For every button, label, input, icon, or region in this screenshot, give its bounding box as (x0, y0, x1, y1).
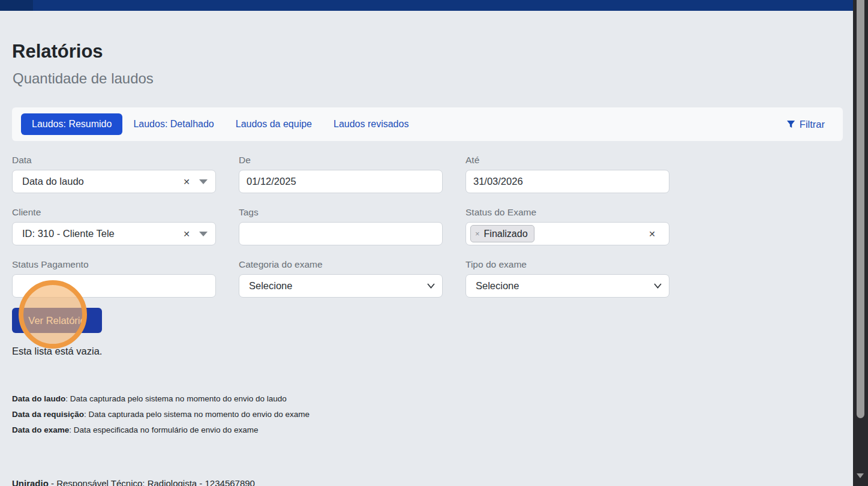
data-combobox[interactable]: Data do laudo ✕ (12, 170, 216, 193)
field-label-categoria-exame: Categoria do exame (239, 258, 443, 271)
tab-laudos-revisados[interactable]: Laudos revisados (323, 113, 419, 135)
footer-brand: Uniradio (12, 478, 49, 486)
field-label-data: Data (12, 154, 216, 167)
field-cliente: Cliente ID: 310 - Cliente Tele ✕ (12, 206, 216, 245)
tab-laudos-detalhado[interactable]: Laudos: Detalhado (122, 113, 224, 135)
filter-button-label: Filtrar (800, 119, 825, 130)
footnote-term: Data da requisição (12, 410, 84, 419)
footnote-description: : Data capturada pelo sistema no momento… (65, 394, 286, 403)
footnote-term: Data do exame (12, 425, 69, 434)
field-label-tags: Tags (239, 206, 443, 219)
scroll-down-arrow-icon[interactable] (857, 473, 864, 478)
top-navbar-left-segment (0, 0, 33, 11)
footer-text: - Responsável Técnico: Radiologista - 12… (49, 478, 255, 486)
combo-value: ID: 310 - Cliente Tele (13, 228, 115, 239)
tab-laudos-da-equipe[interactable]: Laudos da equipe (225, 113, 323, 135)
field-label-status-pagamento: Status Pagamento (12, 258, 216, 271)
funnel-icon (786, 120, 795, 129)
tipo-exame-select[interactable]: Selecione (465, 274, 669, 298)
field-tipo-exame: Tipo do exame Selecione (465, 258, 669, 298)
status-pagamento-input[interactable] (12, 274, 216, 298)
field-categoria-exame: Categoria do exame Selecione (239, 258, 443, 298)
field-label-tipo-exame: Tipo do exame (465, 258, 669, 271)
page-title: Relatórios (12, 41, 103, 62)
filter-button[interactable]: Filtrar (786, 119, 825, 130)
footnote-term: Data do laudo (12, 394, 65, 403)
chevron-down-icon (427, 283, 435, 289)
clear-icon[interactable]: ✕ (648, 230, 656, 238)
footnote-line: Data da requisição: Data capturada pelo … (12, 407, 310, 422)
tags-input[interactable] (239, 222, 443, 245)
footnotes: Data do laudo: Data capturada pelo siste… (12, 391, 310, 438)
remove-tag-icon[interactable]: × (475, 230, 480, 238)
tab-bar: Laudos: Resumido Laudos: Detalhado Laudo… (12, 107, 843, 141)
top-navbar (0, 0, 868, 11)
cliente-combobox[interactable]: ID: 310 - Cliente Tele ✕ (12, 222, 216, 245)
status-exame-multiselect[interactable]: × Finalizado ✕ (465, 222, 669, 245)
footnote-line: Data do laudo: Data capturada pelo siste… (12, 391, 310, 407)
footnote-line: Data do exame: Data especificada no form… (12, 422, 310, 438)
clear-icon[interactable]: ✕ (183, 230, 190, 238)
field-de: De (239, 154, 443, 193)
field-data: Data Data do laudo ✕ (12, 154, 216, 193)
chevron-down-icon (199, 232, 208, 236)
select-value: Selecione (239, 280, 292, 292)
field-ate: Até (465, 154, 669, 193)
tab-laudos-resumido[interactable]: Laudos: Resumido (21, 113, 122, 135)
footnote-description: : Data capturada pelo sistema no momento… (84, 410, 310, 419)
field-status-pagamento: Status Pagamento (12, 258, 216, 298)
chevron-down-icon (654, 283, 662, 289)
scrollbar[interactable] (853, 0, 868, 486)
field-tags: Tags (239, 206, 443, 245)
empty-list-message: Esta lista está vazia. (12, 346, 102, 357)
footer-credit: Uniradio - Responsável Técnico: Radiolog… (12, 478, 255, 486)
filter-form: Data Data do laudo ✕ De Até Cliente ID: … (12, 154, 669, 310)
combo-value: Data do laudo (13, 176, 84, 187)
ver-relatorio-button[interactable]: Ver Relatório (12, 308, 102, 333)
field-status-exame: Status do Exame × Finalizado ✕ (465, 206, 669, 245)
select-value: Selecione (466, 280, 519, 292)
field-label-status-exame: Status do Exame (465, 206, 669, 219)
date-from-input[interactable] (239, 170, 443, 193)
date-to-input[interactable] (465, 170, 669, 193)
categoria-exame-select[interactable]: Selecione (239, 274, 443, 298)
footnote-description: : Data especificada no formulário de env… (69, 425, 258, 434)
chevron-down-icon (199, 179, 208, 184)
chip-label: Finalizado (484, 229, 528, 239)
scrollbar-thumb[interactable] (857, 0, 864, 418)
field-label-ate: Até (465, 154, 669, 167)
selected-tag-chip: × Finalizado (470, 225, 534, 242)
field-label-cliente: Cliente (12, 206, 216, 219)
reports-page: Relatórios Quantidade de laudos Laudos: … (0, 0, 868, 486)
clear-icon[interactable]: ✕ (183, 178, 190, 186)
page-subtitle: Quantidade de laudos (13, 70, 154, 87)
field-label-de: De (239, 154, 443, 167)
